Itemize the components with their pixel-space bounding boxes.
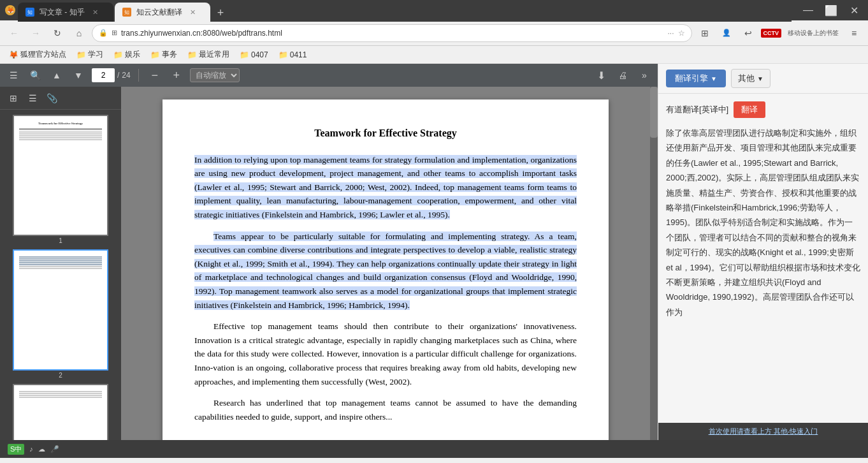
prev-page-button[interactable]: ▲ [48, 67, 65, 84]
bookmark-device[interactable]: 移动设备上的书签 [785, 24, 841, 42]
cloud-icon[interactable]: ☁ [38, 445, 45, 453]
profile-button[interactable]: 👤 [718, 24, 735, 42]
translate-button[interactable]: 翻译 [734, 101, 765, 118]
audio-icon[interactable]: ♪ [29, 445, 33, 453]
total-pages: 24 [122, 71, 130, 80]
security-icon: 🔒 [99, 29, 108, 37]
bookmark-star-icon[interactable]: ☆ [678, 29, 685, 38]
more-tools-button[interactable]: » [636, 67, 653, 84]
forward-button[interactable]: → [27, 24, 45, 42]
minimize-button[interactable]: — [799, 4, 817, 16]
tab-label-zhihu: 写文章 - 知乎 [40, 7, 85, 18]
pdf-paragraph-1: In addition to relying upon top manageme… [194, 153, 577, 222]
pdf-main-area: Teamwork for Effective Strategy In addit… [121, 87, 650, 440]
browser-logo: 🦊 [5, 5, 15, 15]
home-button[interactable]: ⌂ [70, 24, 88, 42]
bookmark-recent[interactable]: 📁 最近常用 [184, 48, 233, 61]
search-button[interactable]: 🔍 [27, 67, 43, 84]
maximize-button[interactable]: ⬜ [822, 4, 840, 17]
translate-engine-arrow: ▼ [711, 75, 717, 82]
address-icons: ··· ☆ [667, 29, 684, 38]
other-label: 其他 [738, 73, 755, 84]
folder-icon: 📁 [187, 50, 197, 59]
toolbar-right: ⊞ 👤 ↩ CCTV 移动设备上的书签 ≡ [696, 24, 864, 42]
other-button[interactable]: 其他 ▼ [731, 69, 770, 88]
highlighted-text-1: In addition to relying upon top manageme… [194, 155, 577, 219]
bookmark-firefox[interactable]: 🦊 狐狸官方站点 [5, 48, 70, 61]
other-arrow: ▼ [757, 75, 763, 82]
bookmark-0411[interactable]: 📁 0411 [275, 49, 311, 61]
tab-label-zhiyun: 知云文献翻译 [136, 7, 182, 18]
sidebar-view-toggle[interactable]: ⊞ [5, 90, 22, 107]
thumbnail-2[interactable]: 2 [5, 249, 116, 379]
zoom-out-button[interactable]: − [147, 67, 163, 84]
bookmark-entertainment[interactable]: 📁 娱乐 [110, 48, 144, 61]
tab-favicon-zhihu: 知 [25, 8, 34, 17]
zoom-select[interactable]: 自动缩放 100% 125% 150% [190, 68, 240, 82]
mic-icon[interactable]: 🎤 [50, 445, 59, 453]
refresh-button[interactable]: ↻ [48, 24, 66, 42]
bookmarks-bar: 🦊 狐狸官方站点 📁 学习 📁 娱乐 📁 事务 📁 最近常用 📁 0407 📁 … [0, 46, 868, 64]
right-panel-toolbar: 翻译引擎 ▼ 其他 ▼ [658, 64, 868, 94]
status-bar-left: S中 ♪ ☁ 🎤 [8, 444, 59, 455]
address-bar[interactable]: 🔒 ⊞ trans.zhiyunwenxian.cn:8080/web/pdft… [92, 24, 692, 42]
first-use-notice[interactable]: 首次使用请查看上方 其他-快速入门 [658, 423, 868, 440]
back-button[interactable]: ← [5, 24, 23, 42]
nav-bar: ← → ↻ ⌂ 🔒 ⊞ trans.zhiyunwenxian.cn:8080/… [0, 20, 868, 46]
bookmark-label: 0411 [290, 50, 307, 59]
bookmark-study[interactable]: 📁 学习 [73, 48, 107, 61]
more-icon[interactable]: ··· [667, 29, 674, 38]
download-button[interactable]: ⬇ [593, 67, 609, 84]
pdf-viewer: ☰ 🔍 ▲ ▼ / 24 − + 自动缩放 100% 125% 150% ⬇ 🖨… [0, 64, 658, 440]
folder-icon: 📁 [150, 50, 160, 59]
tabs-container: 知 写文章 - 知乎 ✕ 知 知云文献翻译 ✕ + [18, 0, 792, 22]
toggle-sidebar-button[interactable]: ☰ [5, 67, 22, 84]
translation-source-label: 有道翻译[英译中] [666, 104, 728, 115]
tab-zhihu[interactable]: 知 写文章 - 知乎 ✕ [18, 3, 113, 22]
thumbnail-1[interactable]: Teamwork for Effective Strategy 1 [5, 115, 116, 244]
thumbnail-3[interactable]: 3 [5, 384, 116, 440]
pdf-paragraph-2: Teams appear to be particularly suitable… [194, 230, 577, 312]
pdf-content-area: ⊞ ☰ 📎 Teamwork for Effective Strategy [0, 87, 658, 440]
tab-close-zhiyun[interactable]: ✕ [190, 8, 196, 17]
https-icon: ⊞ [112, 29, 117, 37]
pdf-sidebar: ⊞ ☰ 📎 Teamwork for Effective Strategy [0, 87, 121, 440]
bookmark-label: 娱乐 [125, 49, 140, 60]
highlighted-text-2: Teams appear to be particularly suitable… [194, 231, 577, 310]
pdf-scrollbar[interactable] [650, 87, 658, 440]
status-bar: S中 ♪ ☁ 🎤 [0, 440, 868, 458]
tab-favicon-zhiyun: 知 [122, 8, 131, 17]
bookmark-label: 0407 [251, 50, 268, 59]
thumb-label-2: 2 [5, 372, 116, 379]
bookmark-label: 最近常用 [199, 49, 229, 60]
page-input[interactable] [92, 68, 115, 82]
bookmark-label: 事务 [162, 49, 177, 60]
sync-button[interactable]: ↩ [739, 24, 757, 42]
print-button[interactable]: 🖨 [614, 67, 631, 84]
bookmark-0407[interactable]: 📁 0407 [236, 49, 272, 61]
sidebar-attach-toggle[interactable]: 📎 [43, 90, 60, 107]
first-use-text: 首次使用请查看上方 其他-快速入门 [709, 427, 818, 435]
sidebar-list-toggle[interactable]: ☰ [24, 90, 41, 107]
translate-engine-button[interactable]: 翻译引擎 ▼ [666, 70, 726, 87]
address-text: trans.zhiyunwenxian.cn:8080/web/pdftrans… [121, 29, 663, 38]
extensions-button[interactable]: ⊞ [696, 24, 714, 42]
right-panel: 翻译引擎 ▼ 其他 ▼ 有道翻译[英译中] 翻译 除了依靠高层管理团队进行战略制… [658, 64, 868, 440]
menu-button[interactable]: ≡ [845, 24, 863, 42]
pdf-title: Teamwork for Effective Strategy [194, 125, 577, 142]
next-page-button[interactable]: ▼ [70, 67, 87, 84]
pdf-paragraph-4: Research has underlined that top managem… [194, 396, 577, 423]
tab-close-zhihu[interactable]: ✕ [92, 8, 98, 17]
pdf-page-2: Teamwork for Effective Strategy In addit… [163, 99, 609, 440]
new-tab-button[interactable]: + [212, 4, 229, 22]
bookmark-tasks[interactable]: 📁 事务 [147, 48, 181, 61]
page-info: / 24 [92, 68, 131, 82]
title-bar: 🦊 知 写文章 - 知乎 ✕ 知 知云文献翻译 ✕ + — ⬜ ✕ [0, 0, 868, 20]
tab-zhiyun[interactable]: 知 知云文献翻译 ✕ [115, 3, 210, 22]
sidebar-toolbar: ⊞ ☰ 📎 [0, 87, 121, 110]
translation-header: 有道翻译[英译中] 翻译 [666, 101, 860, 118]
translation-section: 有道翻译[英译中] 翻译 除了依靠高层管理团队进行战略制定和实施外，组织还使用新… [658, 94, 868, 423]
close-button[interactable]: ✕ [845, 4, 863, 17]
zoom-in-button[interactable]: + [168, 67, 185, 84]
pdf-text-content: Teamwork for Effective Strategy In addit… [194, 125, 577, 423]
